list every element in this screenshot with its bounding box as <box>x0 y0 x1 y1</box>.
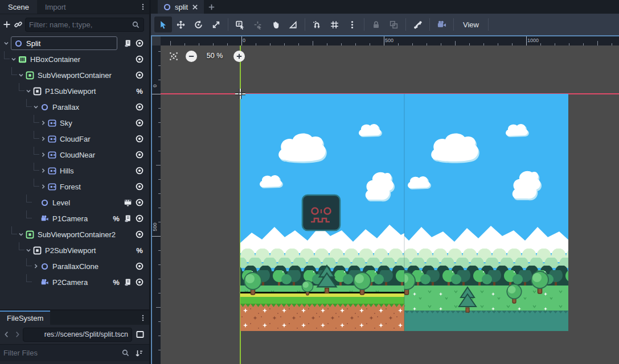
tree-node-parallax[interactable]: Parallax <box>0 99 149 115</box>
scene-render[interactable] <box>240 94 568 333</box>
visibility-toggle[interactable] <box>133 102 146 111</box>
center-view-button[interactable] <box>168 51 179 62</box>
group-selected-button[interactable] <box>385 16 403 32</box>
node-name: ParallaxClone <box>52 262 99 271</box>
collapse-right-icon[interactable] <box>32 262 40 270</box>
collapse-down-icon[interactable] <box>2 39 11 47</box>
lock-selected-button[interactable] <box>367 16 385 32</box>
instance-scene-button[interactable] <box>14 18 23 31</box>
script-icon[interactable] <box>122 278 133 287</box>
visibility-toggle[interactable] <box>133 182 146 191</box>
rename-node-input[interactable]: Split <box>11 36 117 50</box>
visibility-toggle[interactable] <box>133 262 146 271</box>
tree-node-sky[interactable]: Sky <box>0 115 149 131</box>
node-filter-input[interactable] <box>29 20 129 29</box>
collapse-right-icon[interactable] <box>39 151 48 159</box>
file-sort-button[interactable] <box>132 346 146 360</box>
collapse-down-icon[interactable] <box>17 71 26 79</box>
filesystem-menu-button[interactable] <box>137 311 149 325</box>
camera-icon <box>40 278 49 287</box>
tree-node-subviewportcontainer2[interactable]: SubViewportContainer2 <box>0 226 149 242</box>
history-forward-button[interactable] <box>13 328 22 341</box>
collapse-down-icon[interactable] <box>17 230 26 238</box>
visibility-toggle[interactable] <box>133 134 146 143</box>
tab-scene[interactable]: Scene <box>0 0 37 14</box>
visibility-toggle[interactable] <box>133 150 146 159</box>
tree-node-level[interactable]: Level <box>0 195 149 210</box>
instance-icon[interactable] <box>122 198 133 207</box>
select-tool-button[interactable] <box>154 16 172 32</box>
zoom-out-button[interactable] <box>186 51 197 62</box>
ruler-tool-button[interactable] <box>284 16 302 32</box>
scale-tool-button[interactable] <box>207 16 225 32</box>
toggle-split-mode-button[interactable] <box>133 328 147 341</box>
skeleton-options-button[interactable] <box>409 16 427 32</box>
visibility-toggle[interactable] <box>133 71 146 80</box>
grid-snap-toggle-button[interactable] <box>326 16 343 32</box>
dock-tabs-menu-button[interactable] <box>137 0 149 14</box>
ruler-vertical[interactable]: 0 500 <box>152 46 161 364</box>
unique-name-badge[interactable]: % <box>133 87 146 96</box>
snap-options-menu-button[interactable] <box>343 16 361 32</box>
tree-node-hills[interactable]: Hills <box>0 163 149 179</box>
visibility-toggle[interactable] <box>133 198 146 207</box>
tree-node-forest[interactable]: Forest <box>0 179 149 195</box>
history-back-button[interactable] <box>2 328 11 341</box>
zoom-percent-label[interactable]: 50 % <box>197 52 232 60</box>
tab-filesystem[interactable]: FileSystem <box>0 311 50 325</box>
visibility-toggle[interactable] <box>133 118 146 127</box>
ruler-tick <box>597 41 598 46</box>
visibility-toggle[interactable] <box>133 55 146 64</box>
add-node-button[interactable] <box>2 18 11 31</box>
unique-name-badge[interactable]: % <box>110 214 122 223</box>
current-path-input[interactable] <box>27 330 128 338</box>
collapse-down-icon[interactable] <box>24 246 33 254</box>
tree-node-parallaxclone[interactable]: ParallaxClone <box>0 258 149 274</box>
visibility-toggle[interactable] <box>133 278 146 287</box>
list-select-tool-button[interactable] <box>231 16 249 32</box>
pixel-snap-tool-button[interactable] <box>249 16 267 32</box>
tree-node-p1camera[interactable]: P1Camera% <box>0 210 149 226</box>
visibility-toggle[interactable] <box>133 230 146 239</box>
tab-import[interactable]: Import <box>37 0 74 14</box>
tree-node-subviewportcontainer[interactable]: SubViewportContainer <box>0 67 149 83</box>
collapse-right-icon[interactable] <box>39 183 48 191</box>
close-tab-button[interactable] <box>191 3 199 11</box>
tree-node-cloudnear[interactable]: CloudNear <box>0 147 149 163</box>
visibility-toggle[interactable] <box>133 166 146 175</box>
visibility-toggle[interactable] <box>133 39 146 48</box>
node2d-icon <box>40 103 49 111</box>
new-scene-tab-button[interactable] <box>204 0 219 14</box>
toolbar-separator <box>305 18 305 31</box>
collapse-down-icon[interactable] <box>10 55 18 63</box>
unique-name-badge[interactable]: % <box>133 246 146 255</box>
camera-override-button[interactable] <box>433 16 450 32</box>
script-icon[interactable] <box>122 39 133 48</box>
unique-name-badge[interactable]: % <box>110 278 122 287</box>
collapse-down-icon[interactable] <box>24 87 33 95</box>
canvas-2d[interactable]: 50 % <box>161 46 619 364</box>
collapse-right-icon[interactable] <box>39 119 48 127</box>
pan-tool-button[interactable] <box>267 16 284 32</box>
rotate-tool-button[interactable] <box>190 16 207 32</box>
tree-node-p2subviewport[interactable]: P2SubViewport% <box>0 242 149 258</box>
collapse-right-icon[interactable] <box>39 135 48 143</box>
view-menu-button[interactable]: View <box>457 16 485 32</box>
ruler-horizontal[interactable]: 0 500 1000 <box>161 36 619 46</box>
move-tool-button[interactable] <box>172 16 190 32</box>
filter-files-input[interactable] <box>3 349 119 357</box>
tree-node-p1subviewport[interactable]: P1SubViewport% <box>0 83 149 99</box>
camera-icon <box>40 214 49 223</box>
collapse-down-icon[interactable] <box>32 103 40 111</box>
scene-tab-split[interactable]: split <box>158 0 204 14</box>
zoom-in-button[interactable] <box>233 51 245 62</box>
script-icon[interactable] <box>122 214 133 223</box>
tree-node-cloudfar[interactable]: CloudFar <box>0 131 149 147</box>
ruler-label: 500 <box>152 219 158 235</box>
smart-snap-toggle-button[interactable] <box>308 16 326 32</box>
tree-node-p2camera[interactable]: P2Camera% <box>0 274 149 290</box>
tree-node-hboxcontainer[interactable]: HBoxContainer <box>0 51 149 67</box>
visibility-toggle[interactable] <box>133 214 146 223</box>
tree-node-split[interactable]: Split <box>0 35 149 51</box>
collapse-right-icon[interactable] <box>39 167 48 175</box>
